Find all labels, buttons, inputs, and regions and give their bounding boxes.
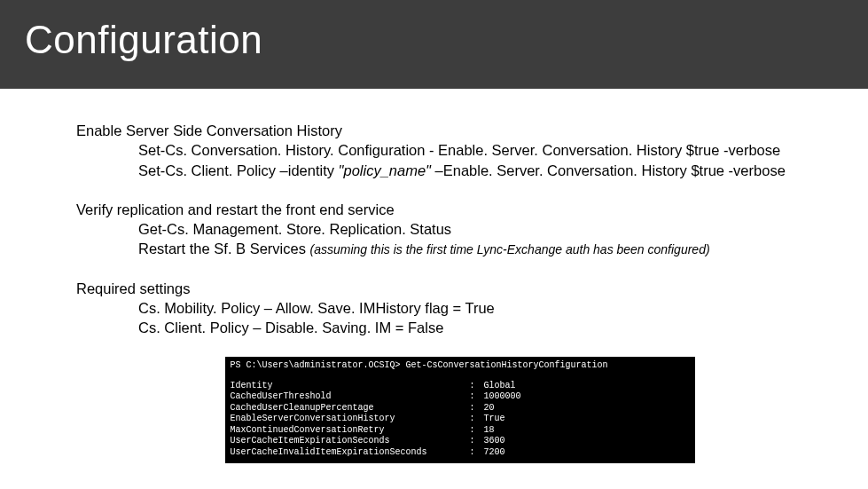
section-verify: Verify replication and restart the front… <box>76 200 843 259</box>
slide-title: Configuration <box>25 18 843 62</box>
slide-header: Configuration <box>0 0 868 89</box>
slide-body: Enable Server Side Conversation History … <box>0 89 868 463</box>
command-line: Set-Cs. Client. Policy –identity "policy… <box>76 161 843 180</box>
setting-line: Cs. Client. Policy – Disable. Saving. IM… <box>76 318 843 337</box>
cmd-policy-name: "policy_name" <box>339 162 431 178</box>
terminal-row: UserCacheInvalidItemExpirationSeconds:72… <box>231 447 690 459</box>
command-line: Restart the Sf. B Services (assuming thi… <box>76 239 843 258</box>
terminal-screenshot: PS C:\Users\administrator.OCSIQ> Get-CsC… <box>225 357 695 463</box>
command-line: Set-Cs. Conversation. History. Configura… <box>76 140 843 160</box>
cmd-part: –Enable. Server. Conversation. History $… <box>431 162 786 178</box>
terminal-row: Identity:Global <box>231 381 690 392</box>
terminal-row: CachedUserCleanupPercentage:20 <box>231 403 690 414</box>
section-required: Required settings Cs. Mobility. Policy –… <box>76 279 843 338</box>
section-heading: Verify replication and restart the front… <box>76 200 843 219</box>
cmd-part: Restart the Sf. B Services <box>138 241 310 256</box>
command-line: Get-Cs. Management. Store. Replication. … <box>76 219 843 239</box>
cmd-note: (assuming this is the first time Lync-Ex… <box>310 242 710 256</box>
section-heading: Enable Server Side Conversation History <box>76 121 843 140</box>
setting-line: Cs. Mobility. Policy – Allow. Save. IMHi… <box>76 298 843 318</box>
section-enable: Enable Server Side Conversation History … <box>76 121 843 180</box>
terminal-row: EnableServerConversationHistory:True <box>231 414 690 425</box>
terminal-wrap: PS C:\Users\administrator.OCSIQ> Get-CsC… <box>76 357 843 463</box>
terminal-row: MaxContinuedConversationRetry:18 <box>231 425 690 437</box>
terminal-row: UserCacheItemExpirationSeconds:3600 <box>231 436 690 447</box>
terminal-row: CachedUserThreshold:1000000 <box>231 391 690 403</box>
cmd-part: Set-Cs. Client. Policy –identity <box>138 162 339 178</box>
section-heading: Required settings <box>76 279 843 298</box>
terminal-prompt: PS C:\Users\administrator.OCSIQ> Get-CsC… <box>231 360 690 372</box>
